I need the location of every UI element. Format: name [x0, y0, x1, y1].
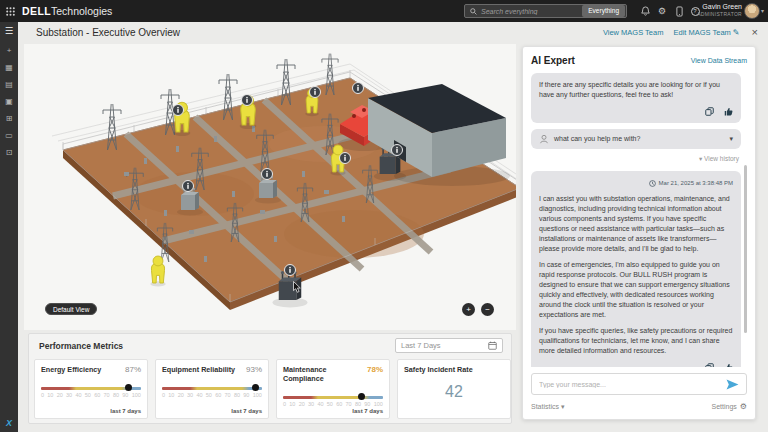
report-icon[interactable]: ▤ [0, 76, 18, 93]
copy-icon[interactable] [705, 107, 714, 116]
gauge-tick: 100 [132, 392, 141, 398]
user-name: Gavin Green [697, 3, 742, 10]
link-icon[interactable]: ⊞ [0, 110, 18, 127]
mouse-cursor [293, 281, 302, 293]
header-links: View MAGS Team Edit MAGS Team✎ × [603, 27, 758, 37]
zoom-in-button[interactable]: + [462, 303, 475, 316]
metric-big-value: 42 [404, 383, 504, 401]
chat-message-user[interactable]: what can you help me with? ▾ [531, 129, 741, 149]
display-icon[interactable]: ⊡ [0, 144, 18, 161]
gauge-tick: 20 [299, 401, 305, 407]
view-mags-team-link[interactable]: View MAGS Team [603, 28, 664, 37]
gauge-tick: 0 [41, 392, 44, 398]
user-caret-icon[interactable]: ▾ [761, 7, 764, 14]
gauge-marker-dot [125, 384, 132, 391]
gauge-tick: 50 [85, 392, 91, 398]
metric-title: Safety Incident Rate [404, 365, 473, 374]
mobile-device-icon[interactable] [673, 5, 685, 17]
metric-title: Maintenance Compliance [283, 365, 367, 383]
chat-paragraph: If you have specific queries, like safet… [539, 326, 733, 356]
user-icon [539, 134, 549, 144]
grid-icon[interactable]: ▦ [0, 59, 18, 76]
view-history-label: View history [704, 155, 739, 162]
close-icon[interactable]: × [752, 27, 758, 37]
gauge-tick: 100 [374, 401, 383, 407]
metric-period: last 7 days [352, 408, 383, 414]
gauge-tick: 30 [187, 392, 193, 398]
gauge-tick: 60 [215, 392, 221, 398]
gauge-tick-labels: 0102030405060708090100 [162, 392, 262, 398]
gauge-tick: 10 [289, 401, 295, 407]
substation-3d-scene[interactable] [24, 44, 516, 330]
statistics-label: Statistics [531, 403, 559, 410]
send-icon[interactable] [726, 379, 739, 390]
gauge-tick: 80 [113, 392, 119, 398]
message-input[interactable] [539, 381, 726, 388]
metric-value: 78% [367, 365, 383, 374]
performance-metrics-title: Performance Metrics [39, 341, 123, 351]
gauge-tick: 90 [243, 392, 249, 398]
thumbs-up-icon[interactable] [724, 107, 733, 116]
notifications-bell-icon[interactable] [639, 5, 651, 17]
top-bar: DELLTechnologies Everything ⚙ ? [0, 0, 768, 22]
gauge-tick: 60 [336, 401, 342, 407]
expand-chevron-icon[interactable]: ▾ [729, 134, 733, 144]
message-input-row [531, 373, 747, 395]
message-timestamp: Mar 21, 2025 at 3:38:48 PM [659, 178, 733, 188]
settings-gear-icon[interactable]: ⚙ [656, 5, 668, 17]
apps-grid-icon[interactable] [6, 7, 15, 16]
gauge-tick: 30 [66, 392, 72, 398]
default-view-button[interactable]: Default View [45, 303, 97, 315]
copy-icon[interactable] [705, 363, 714, 367]
ai-panel-title: AI Expert [531, 55, 575, 66]
edit-mags-team-wrap[interactable]: Edit MAGS Team✎ [673, 28, 739, 37]
metric-period: last 7 days [231, 408, 262, 414]
view-history-link[interactable]: ▾ View history [531, 155, 739, 163]
substation-3d-viewer[interactable] [24, 44, 516, 330]
metric-gauge [283, 396, 383, 399]
date-range-selector[interactable]: Last 7 Days [395, 338, 503, 353]
search-input[interactable] [481, 8, 581, 15]
gauge-tick: 0 [162, 392, 165, 398]
user-question-text: what can you help me with? [554, 134, 724, 144]
gauge-tick: 0 [283, 401, 286, 407]
gauge-tick: 50 [206, 392, 212, 398]
chat-area[interactable]: If there are any specific details you ar… [531, 73, 747, 367]
user-role: ADMINISTRATOR [697, 12, 742, 17]
card-icon[interactable]: ▭ [0, 127, 18, 144]
gauge-tick: 90 [122, 392, 128, 398]
avatar[interactable] [744, 3, 760, 19]
image-icon[interactable]: ▣ [0, 93, 18, 110]
settings-button[interactable]: Settings⚙ [712, 402, 747, 411]
search-scope-button[interactable]: Everything [582, 5, 625, 17]
chat-message-text: If there are any specific details you ar… [539, 80, 733, 100]
thumbs-up-icon[interactable] [724, 363, 733, 367]
gauge-tick: 30 [308, 401, 314, 407]
metric-value: 93% [246, 365, 262, 374]
gauge-tick: 80 [355, 401, 361, 407]
gauge-tick: 40 [317, 401, 323, 407]
page-title: Substation - Executive Overview [36, 27, 180, 38]
settings-gear-icon: ⚙ [740, 402, 747, 411]
add-icon[interactable]: + [0, 42, 18, 59]
history-chevron-icon: ▾ [699, 155, 702, 162]
left-sidebar: ☰ + ▦ ▤ ▣ ⊞ ▭ ⊡ X [0, 22, 18, 432]
zoom-out-button[interactable]: − [481, 303, 494, 316]
search-icon [470, 8, 477, 15]
statistics-toggle[interactable]: Statistics ▾ [531, 403, 564, 411]
gauge-tick: 40 [75, 392, 81, 398]
edit-mags-team-link[interactable]: Edit MAGS Team [673, 28, 730, 37]
gauge-tick: 70 [346, 401, 352, 407]
edit-pencil-icon: ✎ [733, 28, 740, 37]
metric-gauge [162, 387, 262, 390]
menu-icon[interactable]: ☰ [0, 22, 18, 39]
metric-title: Energy Efficiency [41, 365, 101, 374]
view-data-stream-link[interactable]: View Data Stream [691, 57, 747, 64]
metric-gauge [41, 387, 141, 390]
gauge-tick: 20 [57, 392, 63, 398]
logo-dell: DELL [22, 5, 51, 17]
message-actions [539, 363, 733, 367]
gauge-tick: 90 [364, 401, 370, 407]
chat-scrollbar[interactable] [744, 165, 747, 333]
user-menu[interactable]: Gavin Green ADMINISTRATOR [697, 3, 742, 17]
